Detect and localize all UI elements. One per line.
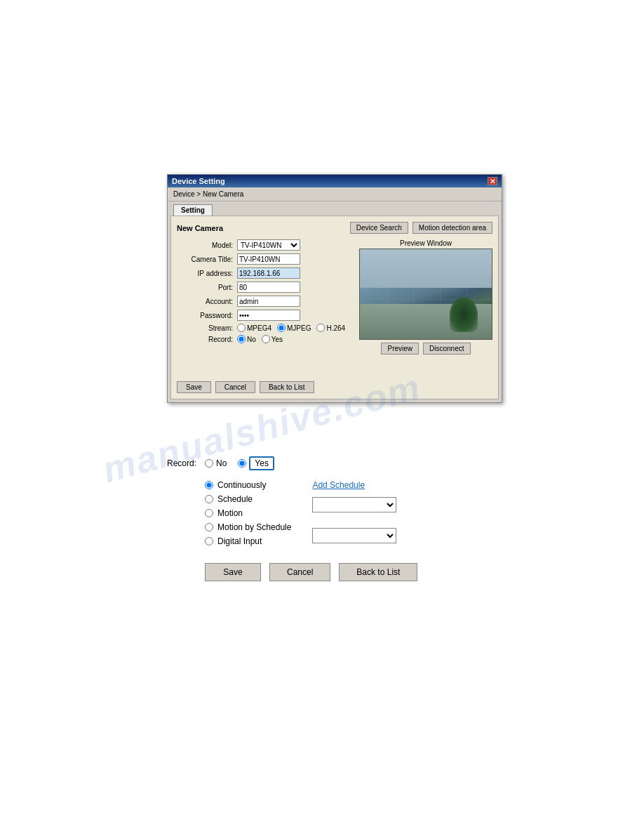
record-radio-group: No Yes	[237, 335, 283, 343]
lower-record-row: Record: No Yes	[140, 456, 505, 470]
dialog-cancel-button[interactable]: Cancel	[215, 381, 255, 393]
motion-schedule-dropdown[interactable]	[312, 528, 396, 543]
stream-radio-group: MPEG4 MJPEG H.264	[237, 324, 345, 332]
preview-button[interactable]: Preview	[381, 343, 419, 355]
tab-setting[interactable]: Setting	[173, 204, 213, 216]
schedule-radio[interactable]	[205, 495, 213, 503]
preview-image	[359, 249, 492, 340]
section-header: New Camera Device Search Motion detectio…	[177, 222, 492, 234]
model-row: Model: TV-IP410WN	[177, 239, 354, 251]
sub-options-left: Continuously Schedule Motion Motion by S…	[205, 480, 291, 546]
cancel-button[interactable]: Cancel	[269, 563, 330, 581]
account-label: Account:	[177, 298, 233, 305]
back-to-list-button[interactable]: Back to List	[339, 563, 417, 581]
password-input[interactable]	[237, 310, 300, 321]
lower-yes-radio[interactable]	[238, 459, 246, 468]
schedule-dropdown[interactable]	[312, 497, 396, 512]
preview-label: Preview Window	[400, 239, 452, 247]
password-row: Password:	[177, 310, 354, 321]
continuously-label: Continuously	[217, 480, 266, 490]
account-row: Account:	[177, 296, 354, 307]
camera-title-input[interactable]	[237, 253, 300, 265]
port-label: Port:	[177, 284, 233, 291]
device-setting-dialog: Device Setting ✕ Device > New Camera Set…	[167, 174, 502, 403]
motion-detection-area-button[interactable]: Motion detection area	[412, 222, 492, 234]
close-button[interactable]: ✕	[488, 177, 497, 185]
new-camera-label: New Camera	[177, 224, 223, 232]
stream-mjpeg-radio[interactable]	[277, 324, 286, 332]
dialog-titlebar: Device Setting ✕	[168, 175, 502, 187]
camera-title-label: Camera Title:	[177, 256, 233, 263]
dialog-body: New Camera Device Search Motion detectio…	[170, 216, 499, 399]
lower-record-options: No Yes	[205, 456, 274, 470]
schedule-option[interactable]: Schedule	[205, 494, 291, 504]
motion-by-schedule-label: Motion by Schedule	[217, 522, 291, 532]
port-row: Port:	[177, 282, 354, 293]
motion-radio[interactable]	[205, 509, 213, 517]
camera-title-row: Camera Title:	[177, 253, 354, 265]
ip-input[interactable]	[237, 267, 300, 279]
password-label: Password:	[177, 312, 233, 319]
add-schedule-link[interactable]: Add Schedule	[312, 480, 396, 490]
model-label: Model:	[177, 241, 233, 249]
dialog-save-button[interactable]: Save	[177, 381, 211, 393]
dialog-back-button[interactable]: Back to List	[260, 381, 314, 393]
ip-label: IP address:	[177, 270, 233, 277]
lower-no-radio[interactable]	[205, 459, 213, 468]
motion-option[interactable]: Motion	[205, 508, 291, 518]
stream-row: Stream: MPEG4 MJPEG H.264	[177, 324, 354, 332]
sub-options-container: Continuously Schedule Motion Motion by S…	[140, 480, 505, 546]
continuously-radio[interactable]	[205, 481, 213, 489]
preview-buttons: Preview Disconnect	[381, 343, 470, 355]
account-input[interactable]	[237, 296, 300, 307]
preview-section: Preview Window Preview Disconnect	[359, 239, 492, 355]
motion-label: Motion	[217, 508, 243, 518]
lower-section: Record: No Yes Continuously Schedule	[140, 456, 505, 581]
stream-h264-radio[interactable]	[316, 324, 325, 332]
lower-no-option[interactable]: No	[205, 458, 227, 468]
record-no-radio[interactable]	[237, 335, 246, 343]
record-label: Record:	[177, 336, 233, 343]
digital-input-label: Digital Input	[217, 536, 262, 546]
digital-input-option[interactable]: Digital Input	[205, 536, 291, 546]
digital-input-radio[interactable]	[205, 537, 213, 545]
stream-mpeg4-radio[interactable]	[237, 324, 246, 332]
ip-row: IP address:	[177, 267, 354, 279]
model-select[interactable]: TV-IP410WN	[237, 239, 300, 251]
save-button[interactable]: Save	[205, 563, 261, 581]
form-section: Model: TV-IP410WN Camera Title: IP addre…	[177, 239, 354, 355]
disconnect-button[interactable]: Disconnect	[423, 343, 470, 355]
device-search-button[interactable]: Device Search	[350, 222, 408, 234]
stream-label: Stream:	[177, 324, 233, 332]
footer-buttons: Save Cancel Back to List	[205, 563, 505, 581]
content-area: Model: TV-IP410WN Camera Title: IP addre…	[177, 239, 492, 355]
dialog-title: Device Setting	[172, 177, 225, 185]
breadcrumb: Device > New Camera	[168, 187, 502, 201]
port-input[interactable]	[237, 282, 300, 293]
lower-record-label: Record:	[140, 458, 196, 468]
motion-by-schedule-radio[interactable]	[205, 523, 213, 531]
motion-by-schedule-option[interactable]: Motion by Schedule	[205, 522, 291, 532]
record-row: Record: No Yes	[177, 335, 354, 343]
dialog-footer: Save Cancel Back to List	[177, 381, 492, 393]
lower-yes-option[interactable]: Yes	[238, 456, 274, 470]
schedule-label: Schedule	[217, 494, 253, 504]
tabs-bar: Setting	[168, 201, 502, 216]
continuously-option[interactable]: Continuously	[205, 480, 291, 490]
sub-options-right: Add Schedule	[312, 480, 396, 546]
record-yes-radio[interactable]	[262, 335, 270, 343]
